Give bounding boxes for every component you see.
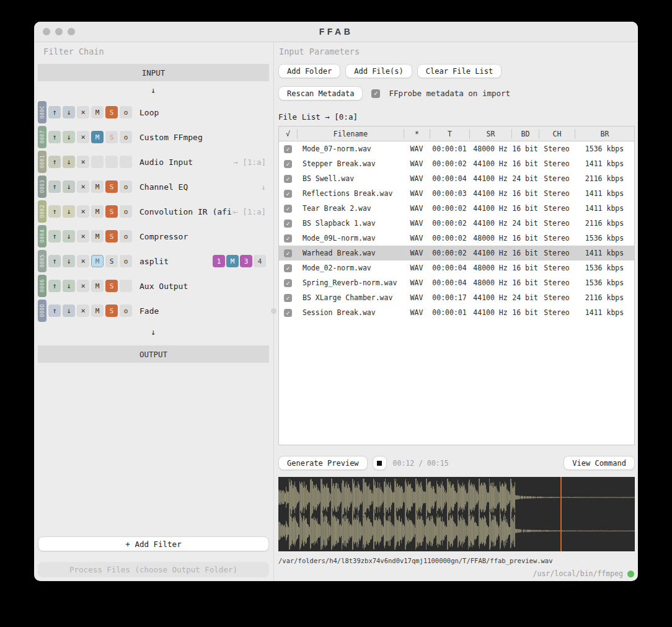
move-down-button[interactable]: ↓: [63, 180, 75, 193]
table-row[interactable]: ✓Tear Break 2.wavWAV00:00:0244100 Hz16 b…: [279, 201, 634, 216]
table-row[interactable]: ✓Reflections Break.wavWAV00:00:0344100 H…: [279, 186, 634, 201]
input-node[interactable]: INPUT: [38, 64, 269, 81]
remove-filter-button[interactable]: ×: [77, 106, 89, 118]
options-button[interactable]: o: [120, 205, 132, 218]
table-row[interactable]: ✓Mode_09L-norm.wavWAV00:00:0248000 Hz16 …: [279, 231, 634, 246]
row-checkbox[interactable]: ✓: [284, 220, 292, 228]
split-output-badge[interactable]: 3: [240, 255, 252, 267]
mute-button[interactable]: M: [91, 255, 104, 267]
column-header-samplerate[interactable]: SR: [469, 129, 511, 139]
output-node[interactable]: OUTPUT: [38, 345, 269, 363]
filter-row[interactable]: 0006↑↓×MSAux Output: [38, 273, 269, 298]
add-files-button[interactable]: Add File(s): [345, 64, 412, 78]
remove-filter-button[interactable]: ×: [77, 230, 89, 242]
add-filter-button[interactable]: + Add Filter: [38, 536, 269, 551]
move-up-button[interactable]: ↑: [48, 305, 61, 317]
move-up-button[interactable]: ↑: [48, 255, 61, 267]
mute-button[interactable]: M: [91, 131, 104, 143]
column-header-bitdepth[interactable]: BD: [511, 129, 539, 139]
solo-button[interactable]: S: [105, 305, 118, 317]
split-output-badge[interactable]: M: [226, 255, 239, 267]
mute-button[interactable]: M: [91, 280, 104, 292]
options-button[interactable]: o: [120, 106, 132, 118]
mute-button[interactable]: M: [91, 180, 104, 193]
options-button[interactable]: o: [120, 305, 132, 317]
rescan-metadata-button[interactable]: Rescan Metadata: [278, 86, 363, 100]
options-button[interactable]: o: [120, 255, 132, 267]
stop-button[interactable]: [373, 456, 387, 470]
options-button[interactable]: o: [120, 131, 132, 143]
mute-button[interactable]: M: [91, 230, 104, 242]
zoom-button[interactable]: [68, 28, 75, 35]
filter-row[interactable]: 0003↑↓×MSoChannel EQ↓: [38, 174, 269, 199]
solo-button[interactable]: S: [105, 205, 118, 218]
remove-filter-button[interactable]: ×: [77, 305, 89, 317]
solo-button[interactable]: S: [105, 106, 118, 118]
table-row[interactable]: ✓Mode_02-norm.wavWAV00:00:0448000 Hz16 b…: [279, 260, 634, 275]
move-up-button[interactable]: ↑: [48, 180, 61, 193]
filter-row[interactable]: 0007↑↓×MSoCustom FFmpeg: [38, 125, 269, 149]
move-down-button[interactable]: ↓: [63, 305, 75, 317]
table-row[interactable]: ✓Stepper Break.wavWAV00:00:0244100 Hz16 …: [279, 156, 634, 171]
table-row[interactable]: ✓Spring_Reverb-norm.wavWAV00:00:0448000 …: [279, 275, 634, 290]
remove-filter-button[interactable]: ×: [77, 156, 89, 168]
remove-filter-button[interactable]: ×: [77, 180, 89, 193]
row-checkbox[interactable]: ✓: [284, 175, 292, 183]
move-up-button[interactable]: ↑: [48, 280, 61, 292]
row-checkbox[interactable]: ✓: [284, 190, 292, 198]
ffprobe-checkbox[interactable]: ✓: [371, 89, 380, 98]
waveform-canvas[interactable]: [278, 477, 635, 551]
table-row[interactable]: ✓Mode_07-norm.wavWAV00:00:0148000 Hz16 b…: [279, 141, 634, 156]
solo-button[interactable]: S: [105, 280, 118, 292]
row-checkbox[interactable]: ✓: [284, 279, 292, 287]
column-header-checked[interactable]: √: [279, 129, 297, 139]
split-output-badge[interactable]: 4: [254, 255, 266, 267]
table-row[interactable]: ✓Warhead Break.wavWAV00:00:0244100 Hz16 …: [279, 246, 634, 260]
move-down-button[interactable]: ↓: [63, 205, 75, 218]
solo-button[interactable]: S: [105, 230, 118, 242]
mute-button[interactable]: M: [91, 305, 104, 317]
move-down-button[interactable]: ↓: [63, 230, 75, 242]
filter-row[interactable]: 0005↑↓×MSoasplit1M34: [38, 249, 269, 273]
column-header-bitrate[interactable]: BR: [575, 129, 634, 139]
mute-button[interactable]: M: [91, 205, 104, 218]
split-output-badge[interactable]: 1: [213, 255, 225, 267]
panel-splitter[interactable]: [269, 42, 278, 581]
move-up-button[interactable]: ↑: [48, 230, 61, 242]
row-checkbox[interactable]: ✓: [284, 234, 292, 242]
options-button[interactable]: o: [120, 230, 132, 242]
row-checkbox[interactable]: ✓: [284, 205, 292, 213]
row-checkbox[interactable]: ✓: [284, 145, 292, 153]
waveform-display[interactable]: [278, 477, 635, 551]
filter-row[interactable]: 0002↑↓×MSoConvolution IR (afir← [1:a]: [38, 199, 269, 224]
table-row[interactable]: ✓BS Swell.wavWAV00:00:0444100 Hz24 bitSt…: [279, 171, 634, 186]
column-header-channels[interactable]: CH: [539, 129, 575, 139]
move-down-button[interactable]: ↓: [63, 156, 75, 168]
solo-button[interactable]: S: [105, 131, 118, 143]
column-header-duration[interactable]: T: [430, 129, 469, 139]
minimize-button[interactable]: [55, 28, 63, 35]
remove-filter-button[interactable]: ×: [77, 255, 89, 267]
generate-preview-button[interactable]: Generate Preview: [278, 456, 368, 470]
table-row[interactable]: ✓BS XLarge Chamber.wavWAV00:00:1744100 H…: [279, 290, 634, 305]
view-command-button[interactable]: View Command: [564, 456, 635, 470]
column-header-filename[interactable]: Filename: [297, 129, 404, 139]
filter-row[interactable]: 000C↑↓×MSoLoop: [38, 100, 269, 125]
close-button[interactable]: [43, 28, 50, 35]
move-down-button[interactable]: ↓: [63, 280, 75, 292]
process-files-button[interactable]: Process Files (choose Output Folder): [38, 562, 269, 577]
row-checkbox[interactable]: ✓: [284, 294, 292, 302]
row-checkbox[interactable]: ✓: [284, 309, 292, 317]
mute-button[interactable]: M: [91, 106, 104, 118]
move-up-button[interactable]: ↑: [48, 156, 61, 168]
add-folder-button[interactable]: Add Folder: [278, 64, 340, 78]
filter-row[interactable]: 0001↑↓×Audio Input→ [1:a]: [38, 149, 269, 174]
clear-file-list-button[interactable]: Clear File List: [417, 64, 502, 78]
table-row[interactable]: ✓Session Break.wavWAV00:00:0144100 Hz16 …: [279, 305, 634, 320]
remove-filter-button[interactable]: ×: [77, 205, 89, 218]
solo-button[interactable]: S: [105, 255, 118, 267]
row-checkbox[interactable]: ✓: [284, 160, 292, 168]
move-up-button[interactable]: ↑: [48, 106, 61, 118]
move-up-button[interactable]: ↑: [48, 131, 61, 143]
row-checkbox[interactable]: ✓: [284, 249, 292, 257]
